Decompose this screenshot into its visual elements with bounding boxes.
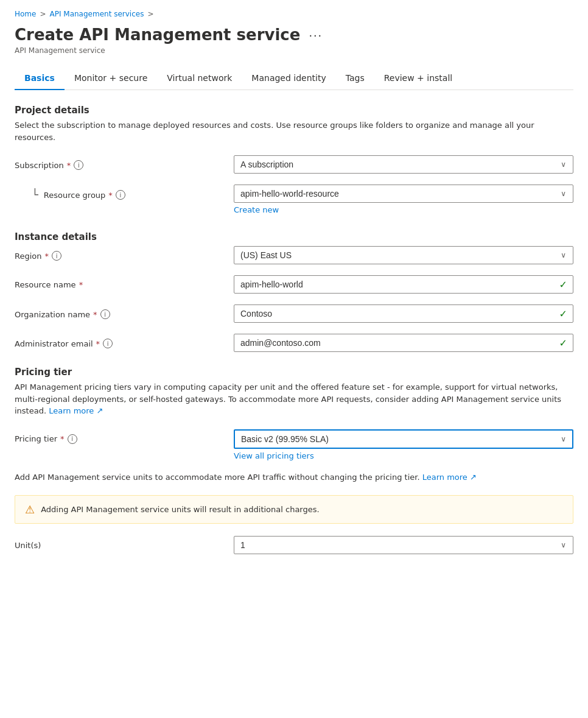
region-info-icon[interactable]: i xyxy=(52,251,61,261)
resource-group-row: └ Resource group * i apim-hello-world-re… xyxy=(15,185,573,214)
org-name-info-icon[interactable]: i xyxy=(100,309,110,319)
breadcrumb-api-management[interactable]: API Management services xyxy=(50,10,144,18)
resource-name-control: ✓ xyxy=(234,275,573,294)
pricing-learn-more-link[interactable]: Learn more ↗ xyxy=(49,406,103,415)
breadcrumb-sep1: > xyxy=(40,10,46,18)
org-name-label: Organization name * i xyxy=(15,309,222,319)
page-title-container: Create API Management service ··· xyxy=(15,26,573,44)
pricing-tier-desc: API Management pricing tiers vary in com… xyxy=(15,381,573,417)
pricing-tier-title: Pricing tier xyxy=(15,367,573,378)
admin-email-row: Administrator email * i ✓ xyxy=(15,334,573,352)
org-name-row: Organization name * i ✓ xyxy=(15,304,573,323)
region-label: Region * i xyxy=(15,251,222,261)
pricing-tier-control: Basic v2 (99.95% SLA) View all pricing t… xyxy=(234,429,573,460)
instance-details-title: Instance details xyxy=(15,231,573,242)
pricing-tier-row: Pricing tier * i Basic v2 (99.95% SLA) V… xyxy=(15,429,573,460)
units-row: Unit(s) 1 xyxy=(15,536,573,554)
region-required: * xyxy=(45,252,49,261)
admin-email-input-wrapper: ✓ xyxy=(234,334,573,352)
org-name-input[interactable] xyxy=(234,304,573,323)
admin-email-info-icon[interactable]: i xyxy=(103,339,113,348)
subscription-select[interactable]: A subscription xyxy=(234,155,573,174)
rg-required: * xyxy=(108,191,113,200)
project-details-section: Project details Select the subscription … xyxy=(15,105,573,214)
admin-email-label: Administrator email * i xyxy=(15,339,222,348)
project-details-desc: Select the subscription to manage deploy… xyxy=(15,119,573,143)
region-control: (US) East US xyxy=(234,246,573,264)
org-name-valid-icon: ✓ xyxy=(559,308,567,320)
admin-email-input[interactable] xyxy=(234,334,573,352)
tab-identity[interactable]: Managed identity xyxy=(242,67,335,90)
warning-box: ⚠ Adding API Management service units wi… xyxy=(15,495,573,524)
region-select[interactable]: (US) East US xyxy=(234,246,573,264)
admin-email-control: ✓ xyxy=(234,334,573,352)
units-control: 1 xyxy=(234,536,573,554)
breadcrumb-home[interactable]: Home xyxy=(15,10,36,18)
rg-info-icon[interactable]: i xyxy=(116,190,125,200)
resource-name-input-wrapper: ✓ xyxy=(234,275,573,294)
tab-tags[interactable]: Tags xyxy=(336,67,374,90)
resource-group-label: Resource group * i xyxy=(44,190,125,200)
region-row: Region * i (US) East US xyxy=(15,246,573,264)
rg-control: apim-hello-world-resource Create new xyxy=(234,185,573,214)
ellipsis-button[interactable]: ··· xyxy=(306,27,325,43)
pricing-tier-section: Pricing tier API Management pricing tier… xyxy=(15,367,573,554)
units-select-wrapper: 1 xyxy=(234,536,573,554)
breadcrumb: Home > API Management services > xyxy=(15,10,573,18)
rg-select-wrapper: apim-hello-world-resource xyxy=(234,185,573,203)
resource-group-select[interactable]: apim-hello-world-resource xyxy=(234,185,573,203)
page-title: Create API Management service xyxy=(15,26,300,44)
subscription-control: A subscription xyxy=(234,155,573,174)
pricing-required: * xyxy=(60,434,65,443)
tab-review[interactable]: Review + install xyxy=(374,67,463,90)
units-label: Unit(s) xyxy=(15,541,222,550)
admin-email-valid-icon: ✓ xyxy=(559,337,567,349)
instance-details-section: Instance details Region * i (US) East US… xyxy=(15,231,573,352)
resource-name-required: * xyxy=(79,280,83,289)
pricing-info-icon[interactable]: i xyxy=(68,434,77,444)
resource-name-label: Resource name * xyxy=(15,280,222,289)
rg-connector: └ xyxy=(32,189,38,200)
units-learn-more-link[interactable]: Learn more ↗ xyxy=(422,473,477,482)
subscription-row: Subscription * i A subscription xyxy=(15,155,573,174)
pricing-tier-label: Pricing tier * i xyxy=(15,434,222,444)
view-pricing-link[interactable]: View all pricing tiers xyxy=(234,451,573,460)
tab-basics[interactable]: Basics xyxy=(15,67,65,90)
breadcrumb-sep2: > xyxy=(147,10,153,18)
resource-name-valid-icon: ✓ xyxy=(559,279,567,290)
page-subtitle: API Management service xyxy=(15,46,573,55)
subscription-label: Subscription * i xyxy=(15,160,222,170)
warning-text: Adding API Management service units will… xyxy=(41,505,319,514)
org-name-input-wrapper: ✓ xyxy=(234,304,573,323)
org-name-required: * xyxy=(93,310,97,319)
resource-name-input[interactable] xyxy=(234,275,573,294)
tab-monitor[interactable]: Monitor + secure xyxy=(65,67,157,90)
pricing-tier-select[interactable]: Basic v2 (99.95% SLA) xyxy=(234,429,573,449)
units-select[interactable]: 1 xyxy=(234,536,573,554)
create-new-link[interactable]: Create new xyxy=(234,205,573,214)
org-name-control: ✓ xyxy=(234,304,573,323)
subscription-select-wrapper: A subscription xyxy=(234,155,573,174)
tabs-container: Basics Monitor + secure Virtual network … xyxy=(15,67,573,90)
resource-group-label-area: └ Resource group * i xyxy=(15,185,222,200)
project-details-title: Project details xyxy=(15,105,573,116)
subscription-required: * xyxy=(67,161,71,170)
tab-vnet[interactable]: Virtual network xyxy=(157,67,242,90)
subscription-info-icon[interactable]: i xyxy=(74,160,83,170)
warning-icon: ⚠ xyxy=(25,503,35,516)
admin-email-required: * xyxy=(96,339,100,348)
region-select-wrapper: (US) East US xyxy=(234,246,573,264)
pricing-select-wrapper: Basic v2 (99.95% SLA) xyxy=(234,429,573,449)
add-units-text: Add API Management service units to acco… xyxy=(15,471,573,484)
resource-name-row: Resource name * ✓ xyxy=(15,275,573,294)
